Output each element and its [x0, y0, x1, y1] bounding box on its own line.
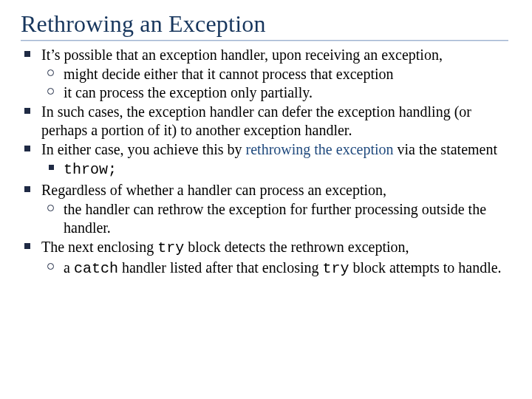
- item-text: It’s possible that an exception handler,…: [41, 47, 443, 63]
- sub-list: the handler can rethrow the exception fo…: [41, 200, 516, 236]
- list-item: In either case, you achieve this by reth…: [21, 140, 516, 180]
- sub-item: a catch handler listed after that enclos…: [41, 259, 516, 278]
- sub-item: throw;: [41, 160, 516, 179]
- list-item: In such cases, the exception handler can…: [21, 103, 516, 139]
- item-text: In either case, you achieve this by: [41, 141, 246, 157]
- sub-list: might decide either that it cannot proce…: [41, 65, 516, 101]
- item-text: block attempts to handle.: [349, 259, 502, 276]
- sub-item: it can process the exception only partia…: [41, 83, 516, 101]
- item-text: handler listed after that enclosing: [118, 259, 323, 276]
- item-text: The next enclosing: [41, 239, 157, 255]
- code-text: try: [322, 260, 349, 277]
- item-text: Regardless of whether a handler can proc…: [41, 182, 386, 198]
- highlight-text: rethrowing the exception: [246, 141, 398, 157]
- code-text: throw;: [64, 161, 117, 178]
- item-text: block detects the rethrown exception,: [184, 239, 409, 255]
- item-text: via the statement: [398, 141, 498, 157]
- list-item: Regardless of whether a handler can proc…: [21, 181, 516, 236]
- title-underline: [21, 40, 508, 41]
- sub-list: throw;: [41, 160, 516, 179]
- item-text: In such cases, the exception handler can…: [41, 103, 471, 137]
- item-text: a: [64, 259, 74, 276]
- list-item: It’s possible that an exception handler,…: [21, 46, 516, 101]
- code-text: catch: [74, 260, 118, 277]
- sub-item: the handler can rethrow the exception fo…: [41, 200, 516, 236]
- slide-title: Rethrowing an Exception: [21, 10, 516, 38]
- sub-item: might decide either that it cannot proce…: [41, 65, 516, 83]
- code-text: try: [157, 239, 184, 256]
- sub-list: a catch handler listed after that enclos…: [41, 259, 516, 278]
- list-item: The next enclosing try block detects the…: [21, 238, 516, 279]
- slide: Rethrowing an Exception It’s possible th…: [0, 0, 532, 287]
- bullet-list: It’s possible that an exception handler,…: [21, 46, 516, 279]
